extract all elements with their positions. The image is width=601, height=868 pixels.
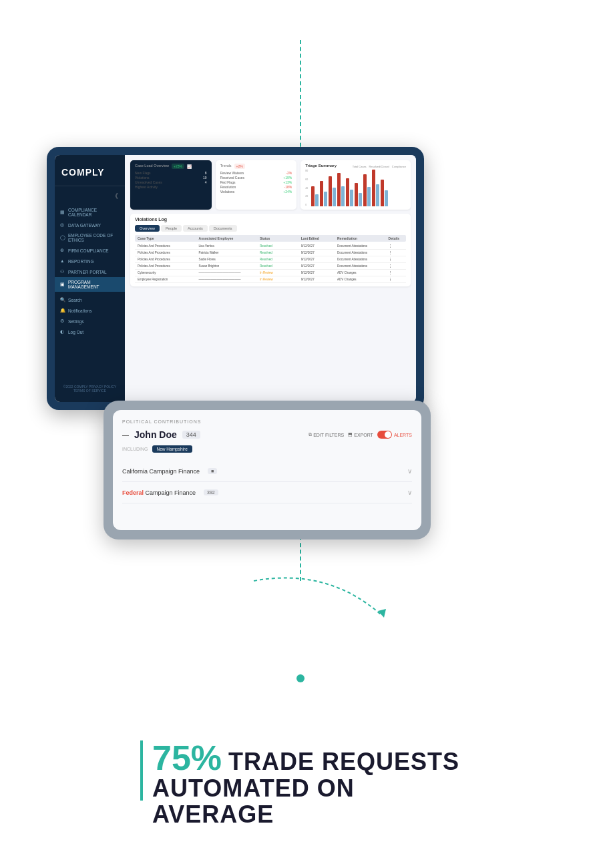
sidebar-item-program-management[interactable]: ▣ PROGRAM MANAGEMENT bbox=[55, 277, 125, 292]
col-status: Status bbox=[260, 236, 300, 240]
federal-finance-title-row: Federal Campaign Finance 392 bbox=[122, 489, 218, 496]
sidebar-item-settings[interactable]: ⚙ Settings bbox=[55, 316, 125, 327]
export-btn[interactable]: ⬒ EXPORT bbox=[348, 432, 373, 437]
alerts-toggle[interactable]: ALERTS bbox=[377, 431, 412, 439]
case-load-rows: New Flags 8 Violations 10 Unresolved Cas… bbox=[135, 171, 207, 189]
edit-filters-btn[interactable]: ⧉ EDIT FILTERS bbox=[309, 432, 344, 437]
bar bbox=[337, 173, 341, 206]
sidebar-item-notifications[interactable]: 🔔 Notifications bbox=[55, 305, 125, 316]
user-icon: ◯ bbox=[60, 235, 65, 240]
trends-rows: Review Waivers -2% Received Cases +19% R… bbox=[220, 171, 292, 194]
bar bbox=[363, 174, 367, 206]
database-icon: ◎ bbox=[60, 222, 65, 228]
bar bbox=[311, 186, 315, 206]
bar-group-9 bbox=[381, 180, 388, 206]
settings-icon: ⚙ bbox=[60, 318, 65, 324]
tab-overview[interactable]: Overview bbox=[135, 225, 160, 232]
filter-row: INCLUDING New Hampshire bbox=[122, 445, 412, 453]
california-chevron-down-icon[interactable]: ∨ bbox=[407, 467, 412, 475]
california-finance-badge: ■ bbox=[208, 468, 217, 474]
col-remediation: Remediation bbox=[337, 236, 387, 240]
bar bbox=[320, 181, 323, 206]
search-icon: 🔍 bbox=[60, 297, 65, 302]
sidebar-item-compliance-calendar[interactable]: ▦ COMPLIANCE CALENDAR bbox=[55, 205, 125, 220]
bar-group-5 bbox=[346, 178, 353, 206]
monitor-device: COMPLY 《 ▦ COMPLIANCE CALENDAR ◎ DATA GA… bbox=[47, 147, 424, 410]
triage-chart: 80 60 40 20 0 bbox=[305, 170, 406, 206]
case-load-badge: +23% bbox=[172, 164, 184, 169]
bar-group-3 bbox=[329, 176, 336, 206]
bar bbox=[346, 178, 349, 206]
bar bbox=[333, 188, 336, 206]
tab-accounts[interactable]: Accounts bbox=[183, 225, 208, 232]
tab-people[interactable]: People bbox=[161, 225, 182, 232]
sidebar-item-firm-compliance[interactable]: ⊕ FIRM COMPLIANCE bbox=[55, 245, 125, 256]
triage-title: Triage Summary bbox=[305, 164, 337, 168]
california-finance-row: California Campaign Finance ■ ∨ bbox=[122, 461, 412, 482]
table-row: Policies And Procedures Lisa Vertica Res… bbox=[135, 243, 406, 250]
trends-card: Trends +2% Review Waivers -2% Received C… bbox=[216, 160, 297, 210]
legend-resolved: Resolved/Closed bbox=[369, 165, 389, 168]
trade-requests-text: TRADE REQUESTS bbox=[228, 750, 459, 774]
bar bbox=[329, 176, 332, 206]
dashed-line-top bbox=[300, 40, 301, 154]
sidebar-item-logout[interactable]: ◐ Log Out bbox=[55, 327, 125, 337]
sidebar-item-employee-code[interactable]: ◯ EMPLOYEE CODE OF ETHICS bbox=[55, 230, 125, 245]
user-count: 344 bbox=[182, 431, 200, 439]
table-row: Employee Registration —————————————— In … bbox=[135, 276, 406, 283]
table-row: Policies And Procedures Sadie Flores Res… bbox=[135, 256, 406, 263]
filter-tag[interactable]: New Hampshire bbox=[152, 445, 192, 453]
bar bbox=[372, 170, 375, 206]
bottom-dot bbox=[296, 674, 305, 682]
chart-icon: ▲ bbox=[60, 258, 65, 264]
federal-finance-row: Federal Campaign Finance 392 ∨ bbox=[122, 482, 412, 503]
sidebar-item-reporting[interactable]: ▲ REPORTING bbox=[55, 256, 125, 266]
trends-row-0: Review Waivers -2% bbox=[220, 171, 292, 175]
triage-card: Triage Summary Total Cases Resolved/Clos… bbox=[300, 160, 411, 210]
bar bbox=[359, 193, 362, 206]
table-row: Policies And Procedures Susan Brighton R… bbox=[135, 263, 406, 270]
violations-section: Violations Log Overview People Accounts … bbox=[130, 214, 411, 286]
stat-line-1: 75% TRADE REQUESTS bbox=[152, 740, 461, 775]
bar bbox=[381, 180, 384, 206]
california-finance-title: California Campaign Finance bbox=[122, 468, 200, 475]
tab-documents[interactable]: Documents bbox=[209, 225, 237, 232]
case-load-row-0: New Flags 8 bbox=[135, 171, 207, 175]
case-load-row-1: Violations 10 bbox=[135, 176, 207, 180]
monitor-screen: COMPLY 《 ▦ COMPLIANCE CALENDAR ◎ DATA GA… bbox=[55, 155, 416, 402]
bar-group-4 bbox=[337, 173, 345, 206]
bar bbox=[341, 186, 345, 206]
violations-title: Violations Log bbox=[135, 217, 406, 222]
export-icon: ⬒ bbox=[348, 432, 353, 437]
violations-tabs: Overview People Accounts Documents bbox=[135, 225, 406, 232]
trends-row-1: Received Cases +19% bbox=[220, 176, 292, 180]
federal-chevron-down-icon[interactable]: ∨ bbox=[407, 489, 412, 496]
including-label: INCLUDING bbox=[122, 447, 148, 451]
sidebar-toggle[interactable]: 《 bbox=[55, 190, 125, 205]
bar bbox=[355, 183, 358, 206]
toggle-switch[interactable] bbox=[377, 431, 392, 439]
calendar-icon: ▦ bbox=[60, 210, 65, 215]
sidebar: COMPLY 《 ▦ COMPLIANCE CALENDAR ◎ DATA GA… bbox=[55, 155, 125, 402]
automated-text: AUTOMATED ON AVERAGE bbox=[152, 775, 461, 828]
users-icon: ⚇ bbox=[60, 269, 65, 274]
sidebar-item-partner-portal[interactable]: ⚇ PARTNER PORTAL bbox=[55, 266, 125, 277]
case-load-chart-icon: 📈 bbox=[187, 164, 192, 169]
main-content: Case Load Overview +23% 📈 New Flags 8 Vi… bbox=[125, 155, 416, 402]
federal-highlight: Federal bbox=[122, 489, 144, 496]
bar-group-2 bbox=[320, 181, 327, 206]
tablet-screen: POLITICAL CONTRIBUTIONS — John Doe 344 ⧉… bbox=[113, 410, 421, 530]
legend-total: Total Cases bbox=[353, 165, 367, 168]
sidebar-item-data-gateway[interactable]: ◎ DATA GATEWAY bbox=[55, 220, 125, 230]
trends-badge: +2% bbox=[234, 164, 245, 169]
table-row: Cybersecurity —————————————— In Review 9… bbox=[135, 270, 406, 276]
federal-finance-title: Federal Campaign Finance bbox=[122, 489, 196, 496]
california-finance-title-row: California Campaign Finance ■ bbox=[122, 468, 217, 475]
bar bbox=[367, 187, 371, 206]
bar-group-1 bbox=[311, 186, 319, 206]
dash-icon: — bbox=[122, 431, 129, 439]
bar bbox=[385, 190, 388, 206]
stats-row: Case Load Overview +23% 📈 New Flags 8 Vi… bbox=[130, 160, 411, 210]
filter-icon: ⧉ bbox=[309, 432, 312, 437]
sidebar-search[interactable]: 🔍 Search bbox=[55, 294, 125, 305]
